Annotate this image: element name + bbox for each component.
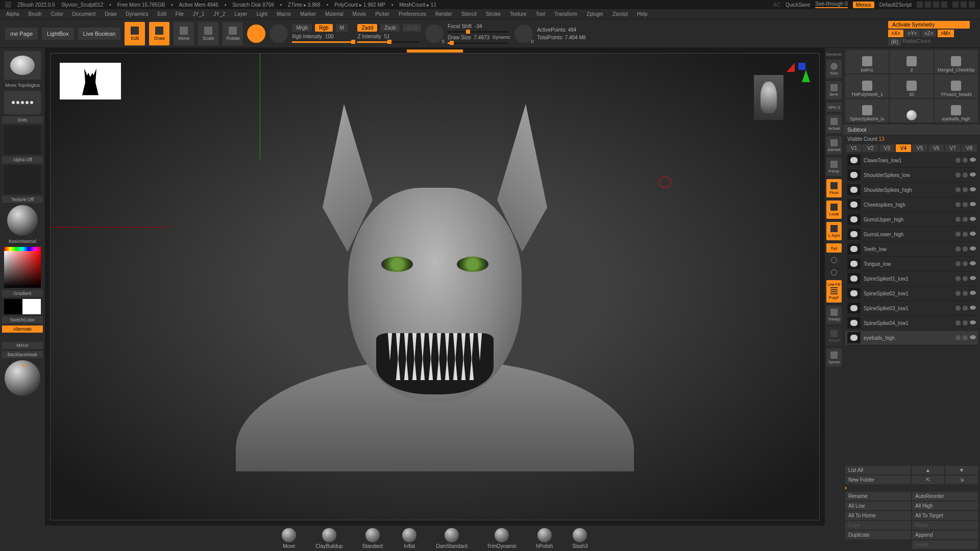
subtool-toggles[interactable] [955, 172, 976, 178]
subtool-list[interactable]: ClawsToes_low1ShoulderSpikes_lowShoulder… [843, 153, 980, 464]
window-layout-icons[interactable] [917, 2, 947, 8]
tool-item[interactable]: Merged_CheekSp [935, 50, 978, 73]
brush-slash3[interactable]: Slash3 [572, 528, 588, 549]
menu-zscript[interactable]: Zscript [612, 11, 628, 17]
v4-button[interactable]: V4 [896, 144, 911, 152]
polyf-button[interactable]: Line FillPolyF [826, 280, 842, 303]
menu-macro[interactable]: Macro [277, 11, 291, 17]
xyz-button[interactable]: Xyz [826, 243, 842, 253]
brush-standard[interactable]: Standard [362, 528, 383, 549]
menu-draw[interactable]: Draw [105, 11, 116, 17]
home-page-button[interactable]: me Page [5, 28, 38, 40]
move-bottom-button[interactable]: ⇲ [945, 475, 978, 484]
v6-button[interactable]: V6 [928, 144, 944, 152]
rename-button[interactable]: Rename [845, 492, 911, 500]
v8-button[interactable]: V8 [962, 144, 977, 152]
lsym-button[interactable]: L.Sym [826, 222, 842, 240]
sym-r-button[interactable]: (R) [888, 38, 901, 46]
new-folder-button[interactable]: New Folder [845, 475, 911, 484]
v1-button[interactable]: V1 [846, 144, 862, 152]
subtool-item[interactable]: SpineSpike03_low1 [845, 301, 978, 316]
paste-button[interactable]: Paste [912, 521, 978, 530]
menu-picker[interactable]: Picker [375, 11, 389, 17]
zcut-button[interactable]: Zcut [403, 24, 421, 32]
subtool-item[interactable]: SpineSpike02_low1 [845, 286, 978, 301]
subtool-toggles[interactable] [955, 335, 976, 340]
tool-item[interactable]: TMPolyMesh_1 [845, 74, 889, 98]
subtool-item[interactable]: ShoulderSpikes_high [845, 183, 978, 197]
mrgb-button[interactable]: Mrgb [292, 24, 312, 32]
menu-movie[interactable]: Movie [353, 11, 366, 17]
reference-head-icon[interactable] [754, 75, 783, 120]
dynamic-label[interactable]: Dynamic [493, 35, 510, 40]
brush-inflat[interactable]: Inflat [402, 528, 416, 549]
menu-texture[interactable]: Texture [510, 11, 527, 17]
sculptris-button[interactable] [270, 24, 288, 43]
subtool-item[interactable]: Tongue_low [845, 257, 978, 271]
move-top-button[interactable]: ⇱ [912, 475, 944, 484]
tool-item[interactable] [890, 99, 933, 122]
subtool-item[interactable]: GumsLower_high [845, 227, 978, 242]
menu-material[interactable]: Material [325, 11, 344, 17]
radial-count-label[interactable]: RadialCount [902, 38, 930, 46]
all-to-target-button[interactable]: All To Target [912, 511, 978, 520]
menu-help[interactable]: Help [637, 11, 648, 17]
actual-button[interactable]: Actual [826, 115, 842, 133]
sym-m-button[interactable]: >M< [938, 30, 954, 37]
subtool-toggles[interactable] [955, 320, 976, 325]
rotate-mode-button[interactable]: Rotate [223, 22, 243, 45]
subtool-toggles[interactable] [955, 291, 976, 296]
backface-mask-button[interactable]: BackfaceMask [2, 351, 43, 358]
viewport[interactable] [50, 53, 820, 520]
mirror-button[interactable]: Mirror [2, 342, 43, 349]
all-high-button[interactable]: All High [912, 502, 978, 510]
all-low-button[interactable]: All Low [845, 502, 911, 510]
menu-stroke[interactable]: Stroke [486, 11, 501, 17]
subtool-item[interactable]: eyeballs_high [845, 331, 978, 345]
brush-move[interactable]: Move [282, 528, 296, 549]
menu-transform[interactable]: Transform [554, 11, 577, 17]
color-picker[interactable] [4, 247, 41, 288]
alternate-button[interactable]: Alternate [2, 325, 43, 333]
imm-brush-icon[interactable]: S [425, 24, 444, 43]
subtool-toggles[interactable] [955, 306, 976, 311]
menu-jy1[interactable]: JY_1 [193, 11, 205, 17]
subtool-item[interactable]: SpineSpike04_low1 [845, 316, 978, 331]
v7-button[interactable]: V7 [945, 144, 961, 152]
move-mode-button[interactable]: Move [174, 22, 194, 45]
rgb-button[interactable]: Rgb [315, 24, 332, 32]
tool-item[interactable]: eyeballs_high [935, 99, 978, 122]
menu-document[interactable]: Document [72, 11, 96, 17]
document-scroll-indicator[interactable] [407, 49, 463, 53]
menu-file[interactable]: File [176, 11, 184, 17]
subtool-item[interactable]: ClawsToes_low1 [845, 153, 978, 168]
subtool-item[interactable]: Teeth_low [845, 242, 978, 257]
aahalf-button[interactable]: AAHalf [826, 136, 842, 155]
lightbox-button[interactable]: LightBox [42, 28, 74, 40]
subtool-toggles[interactable] [955, 276, 976, 281]
default-zscript[interactable]: DefaultZScript [879, 2, 912, 8]
quicksave-button[interactable]: QuickSave [786, 2, 810, 8]
falloff-curve[interactable] [5, 360, 40, 396]
zsub-button[interactable]: Zsub [380, 24, 400, 32]
scale-mode-button[interactable]: Scale [198, 22, 218, 45]
persp-button[interactable]: Persp [826, 158, 842, 176]
menu-jy2[interactable]: JY_2 [214, 11, 226, 17]
autoreorder-button[interactable]: AutoReorder [912, 492, 978, 500]
brush-trimdynamic[interactable]: TrimDynamic [487, 528, 517, 549]
draw-size-slider[interactable] [448, 42, 509, 44]
menu-preferences[interactable]: Preferences [399, 11, 426, 17]
m-button[interactable]: M [336, 24, 348, 32]
dynamic-brush-icon[interactable]: D [514, 24, 533, 43]
seethrough-slider[interactable]: See-through 0 [815, 1, 847, 8]
menu-color[interactable]: Color [51, 11, 63, 17]
subtool-item[interactable]: GumsUpper_high [845, 212, 978, 227]
subtool-item[interactable]: ShoulderSpikes_low [845, 168, 978, 183]
zadd-button[interactable]: Zadd [357, 24, 377, 32]
subtool-toggles[interactable] [955, 246, 976, 252]
texture-thumbnail[interactable] [4, 165, 41, 194]
menu-render[interactable]: Render [435, 11, 452, 17]
gradient-label[interactable]: Gradient [2, 290, 43, 297]
menu-stencil[interactable]: Stencil [461, 11, 477, 17]
rgb-intensity-slider[interactable] [292, 41, 353, 43]
